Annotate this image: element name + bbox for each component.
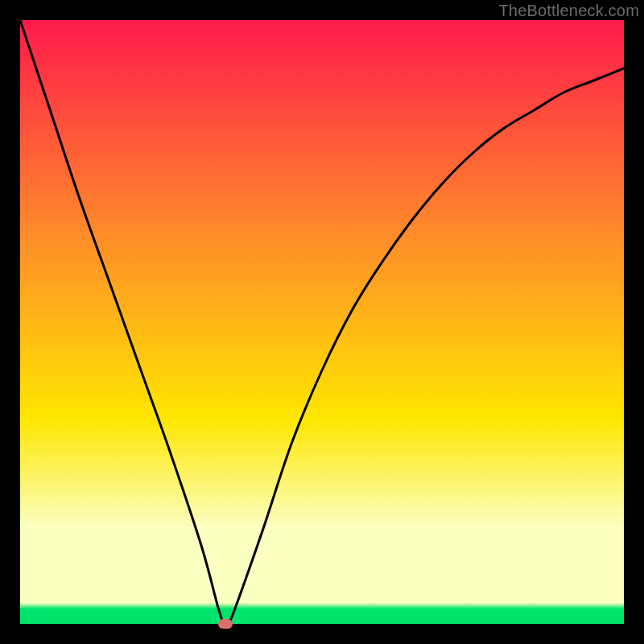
minimum-marker <box>218 619 233 629</box>
chart-frame: TheBottleneck.com <box>0 0 644 644</box>
plot-area <box>20 20 624 624</box>
watermark-text: TheBottleneck.com <box>498 2 639 20</box>
bottleneck-curve <box>20 20 624 624</box>
